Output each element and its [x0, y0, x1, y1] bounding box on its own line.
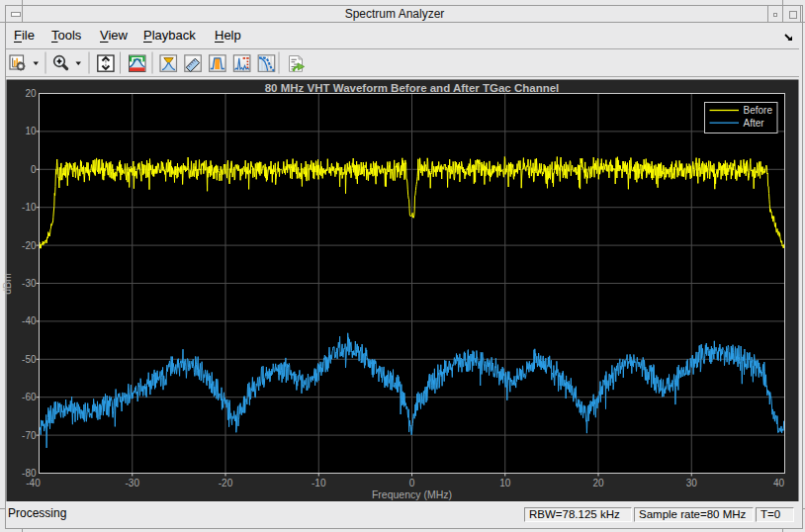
svg-text:-20: -20: [219, 478, 233, 488]
svg-text:-40: -40: [26, 478, 41, 488]
svg-text:After: After: [744, 118, 765, 129]
svg-text:dBm: dBm: [1, 273, 13, 295]
svg-text:-30: -30: [126, 478, 140, 488]
svg-text:10: 10: [25, 126, 37, 136]
svg-text:-10: -10: [312, 478, 326, 488]
svg-text:0: 0: [409, 478, 415, 488]
svg-text:30: 30: [686, 478, 698, 488]
svg-text:0: 0: [31, 164, 37, 175]
svg-text:Before: Before: [744, 105, 773, 116]
svg-text:80 MHz VHT Waveform Before and: 80 MHz VHT Waveform Before and After TGa…: [265, 82, 560, 94]
svg-text:-10: -10: [22, 202, 37, 213]
svg-text:-30: -30: [22, 278, 37, 289]
svg-text:Frequency (MHz): Frequency (MHz): [372, 488, 452, 500]
svg-text:40: 40: [773, 478, 785, 488]
svg-text:-50: -50: [22, 354, 37, 365]
svg-text:-40: -40: [22, 315, 37, 326]
svg-text:-60: -60: [22, 392, 37, 402]
svg-text:-20: -20: [22, 240, 37, 251]
svg-text:-70: -70: [22, 430, 37, 441]
svg-text:20: 20: [25, 88, 37, 99]
svg-text:10: 10: [499, 478, 511, 488]
svg-text:20: 20: [592, 478, 604, 488]
